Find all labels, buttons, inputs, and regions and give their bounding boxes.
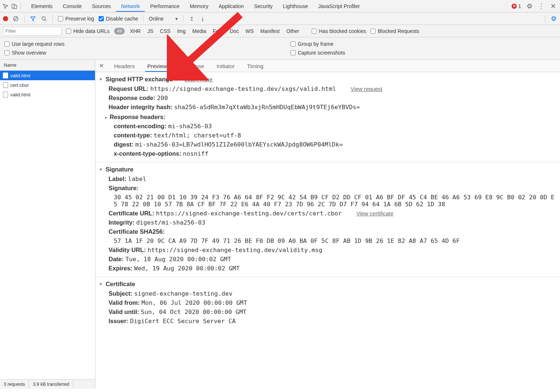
request-row[interactable]: cert.cbor (0, 80, 95, 90)
view-request-link[interactable]: View request (351, 86, 382, 92)
valid-from-value: Mon, 06 Jul 2020 00:00:00 GMT (142, 299, 247, 306)
issuer-key: Issuer: (109, 318, 128, 324)
validity-url-key: Validity URL: (109, 247, 146, 253)
filter-type-js[interactable]: JS (147, 28, 154, 34)
detail-tab-timing[interactable]: Timing (245, 60, 266, 72)
valid-until-value: Sun, 04 Oct 2020 00:00:00 GMT (141, 308, 246, 315)
preserve-log-checkbox[interactable]: Preserve log (58, 16, 94, 22)
signature-value: 30 45 02 21 00 D1 10 39 24 F3 76 A6 64 8… (99, 193, 556, 209)
request-name: cert.cbor (10, 82, 29, 88)
request-row[interactable]: valid.html (0, 90, 95, 99)
throttling-select[interactable]: Online▾ (149, 16, 178, 22)
filter-type-font[interactable]: Font (212, 28, 224, 34)
digest-value: mi-sha256-03=LB7wdlHO51Z1Ze600lbYAEYsckW… (135, 141, 343, 148)
network-settings-icon[interactable]: ⚙ (550, 15, 557, 22)
more-icon[interactable]: ⋮ (538, 3, 545, 10)
filter-type-ws[interactable]: WS (245, 28, 255, 34)
file-icon (3, 92, 8, 97)
tab-sources[interactable]: Sources (87, 0, 116, 12)
hide-data-urls-checkbox[interactable]: Hide data URLs (66, 28, 110, 34)
capture-screenshots-checkbox[interactable]: Capture screenshots (290, 50, 345, 56)
blocked-requests-checkbox[interactable]: Blocked Requests (370, 28, 419, 34)
close-detail-icon[interactable]: ✕ (99, 62, 104, 69)
label-value: label (128, 175, 146, 182)
date-key: Date: (109, 256, 124, 262)
filter-toggle-icon[interactable] (30, 15, 36, 22)
filter-input[interactable] (3, 27, 62, 36)
network-options: Use large request rows Show overview Gro… (0, 37, 560, 60)
integrity-key: Integrity: (109, 219, 135, 226)
expires-key: Expires: (109, 265, 132, 271)
filter-type-manifest[interactable]: Manifest (260, 28, 281, 34)
view-certificate-link[interactable]: View certificate (356, 210, 394, 217)
filter-type-css[interactable]: CSS (159, 28, 171, 34)
record-button[interactable] (3, 16, 8, 21)
svg-point-4 (42, 16, 45, 20)
request-name: valid.html (10, 73, 30, 78)
filter-type-doc[interactable]: Doc (229, 28, 239, 34)
panel-tabs: ElementsConsoleSourcesNetworkPerformance… (26, 0, 509, 12)
detail-tab-response[interactable]: Response (177, 60, 206, 72)
response-headers-title[interactable]: Response headers: (99, 112, 556, 122)
digest-key: digest: (114, 141, 133, 148)
use-large-rows-label: Use large request rows (12, 41, 65, 47)
tab-elements[interactable]: Elements (26, 0, 58, 12)
has-blocked-cookies-checkbox[interactable]: Has blocked cookies (312, 28, 366, 34)
request-name: valid.html (10, 92, 30, 97)
workspace: Name valid.htmlcert.cborvalid.html 3 req… (0, 60, 560, 389)
search-icon[interactable] (41, 15, 47, 22)
cert-sha-value: 57 1A 1F 20 9C CA A9 7D 7F 49 71 26 BE F… (99, 236, 556, 245)
tab-application[interactable]: Application (213, 0, 249, 12)
device-toggle-icon[interactable] (11, 3, 18, 10)
filter-type-xhr[interactable]: XHR (129, 28, 142, 34)
tab-network[interactable]: Network (116, 0, 145, 12)
error-indicator[interactable]: ✕1 (512, 3, 521, 9)
learn-more-link[interactable]: Learn more (184, 76, 213, 82)
file-icon (3, 73, 8, 78)
request-url-value: https://signed-exchange-testing.dev/sxgs… (150, 85, 336, 92)
use-large-rows-checkbox[interactable]: Use large request rows (4, 41, 290, 47)
settings-icon[interactable]: ⚙ (526, 3, 533, 10)
valid-from-key: Valid from: (109, 299, 140, 306)
expires-value: Wed, 19 Aug 2020 00:00:02 GMT (134, 265, 240, 272)
sxg-section: ▼Signed HTTP exchangeLearn more Request … (95, 72, 560, 162)
response-code-key: Response code: (109, 95, 155, 101)
show-overview-label: Show overview (12, 50, 46, 56)
separator (52, 15, 53, 22)
collapse-icon[interactable]: ▼ (99, 77, 103, 81)
collapse-icon[interactable]: ▼ (99, 167, 103, 171)
integrity-value: digest/mi-sha256-03 (136, 219, 205, 226)
inspect-icon[interactable] (2, 3, 9, 10)
tab-console[interactable]: Console (58, 0, 87, 12)
detail-tab-initiator[interactable]: Initiator (215, 60, 237, 72)
tab-performance[interactable]: Performance (145, 0, 184, 12)
subject-value: signed-exchange-testing.dev (134, 290, 233, 297)
detail-tab-headers[interactable]: Headers (112, 60, 137, 72)
filter-type-all[interactable]: All (114, 28, 125, 34)
disable-cache-checkbox[interactable]: Disable cache (99, 16, 138, 22)
valid-until-key: Valid until: (109, 308, 139, 315)
tab-lighthouse[interactable]: Lighthouse (278, 0, 313, 12)
signature-key: Signature: (109, 185, 139, 191)
tab-security[interactable]: Security (249, 0, 278, 12)
filter-type-media[interactable]: Media (191, 28, 207, 34)
svg-rect-1 (14, 5, 17, 8)
filter-type-other[interactable]: Other (286, 28, 300, 34)
label-key: Label: (109, 175, 127, 182)
detail-tab-preview[interactable]: Preview (145, 60, 169, 72)
clear-icon[interactable] (12, 15, 19, 22)
has-blocked-cookies-label: Has blocked cookies (319, 28, 366, 34)
tab-javascript-profiler[interactable]: JavaScript Profiler (313, 0, 365, 12)
collapse-icon[interactable]: ▼ (99, 282, 103, 286)
issuer-value: DigiCert ECC Secure Server CA (130, 318, 236, 325)
request-list-panel: Name valid.htmlcert.cborvalid.html 3 req… (0, 60, 95, 389)
request-row[interactable]: valid.html (0, 71, 95, 80)
upload-icon[interactable]: ↥ (189, 15, 195, 22)
filter-type-img[interactable]: Img (176, 28, 186, 34)
download-icon[interactable]: ⭳ (200, 15, 206, 22)
group-by-frame-checkbox[interactable]: Group by frame (290, 41, 345, 47)
cert-sha-key: Certificate SHA256: (109, 228, 165, 235)
show-overview-checkbox[interactable]: Show overview (4, 50, 290, 56)
close-devtools-icon[interactable]: ✕ (550, 3, 556, 10)
tab-memory[interactable]: Memory (185, 0, 214, 12)
